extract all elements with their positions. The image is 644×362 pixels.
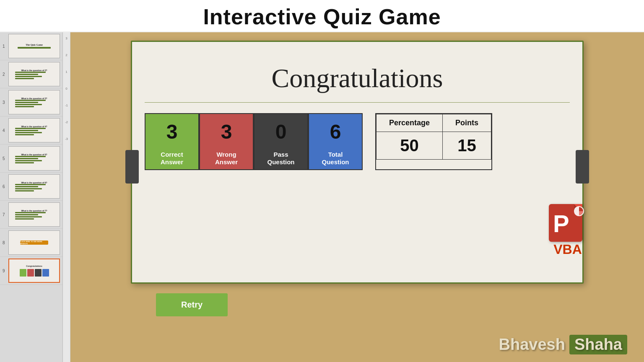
slide-thumb-2[interactable]: 2 What is the question of 2?	[0, 60, 62, 88]
powerpoint-icon: P	[545, 202, 591, 244]
slide-num-4: 4	[3, 128, 8, 133]
pass-question-value: 0	[254, 114, 307, 147]
content-area: Congratulations 3 CorrectAnswer 3 WrongA…	[70, 32, 644, 362]
slide-preview-9: Congratulations	[8, 259, 60, 283]
slide-thumb-5[interactable]: 5 What is the question of 5?	[0, 145, 62, 173]
branding: Bhavesh Shaha	[499, 335, 627, 354]
ruler-mark-1: 1	[65, 70, 67, 87]
ppt-vba-badge: P VBA	[545, 202, 591, 257]
pass-question-label: PassQuestion	[254, 147, 307, 169]
page-header: Interactive Quiz Game	[0, 0, 644, 32]
slide-thumb-9[interactable]: 9 Congratulations	[0, 257, 62, 285]
pp-table: Percentage Points 50 15	[376, 114, 491, 160]
slide-preview-5: What is the question of 5?	[8, 146, 60, 171]
bottom-row: Retry Bhavesh Shaha	[131, 286, 584, 316]
slide-preview-4: What is the question of 4?	[8, 118, 60, 142]
percentage-header: Percentage	[377, 114, 443, 132]
points-value: 15	[443, 132, 491, 160]
total-question-label: TotalQuestion	[309, 147, 362, 169]
slide-thumb-7[interactable]: 7 What is the question of 7?	[0, 201, 62, 229]
slide-num-2: 2	[3, 72, 8, 77]
brand-first-name: Bhavesh	[499, 336, 565, 354]
correct-answer-label: CorrectAnswer	[145, 147, 198, 169]
slide-thumb-8[interactable]: 8 CLICK HERE TO SEE MORE RESULTS	[0, 229, 62, 257]
percentage-points-table: Percentage Points 50 15	[375, 113, 492, 170]
clip-left	[125, 150, 139, 184]
slide-num-6: 6	[3, 184, 8, 189]
slide-panel: 1 The Quiz Game 2 What is the question o…	[0, 32, 63, 362]
correct-answer-value: 3	[145, 114, 198, 147]
slide-thumb-6[interactable]: 6 What is the question of 6?	[0, 173, 62, 201]
points-header: Points	[443, 114, 491, 132]
slide-num-5: 5	[3, 156, 8, 161]
slide-thumb-1[interactable]: 1 The Quiz Game	[0, 32, 62, 60]
clip-right	[576, 150, 589, 184]
wrong-answer-label: WrongAnswer	[200, 147, 253, 169]
svg-text:P: P	[553, 210, 569, 237]
slide-num-8: 8	[3, 240, 8, 245]
slide-frame: Congratulations 3 CorrectAnswer 3 WrongA…	[131, 41, 584, 284]
ruler-mark-2: 2	[65, 53, 67, 70]
slide-preview-6: What is the question of 6?	[8, 174, 60, 199]
slide-preview-7: What is the question of 7?	[8, 202, 60, 227]
slide-preview-8: CLICK HERE TO SEE MORE RESULTS	[8, 230, 60, 255]
slide-num-3: 3	[3, 100, 8, 105]
percentage-value: 50	[377, 132, 443, 160]
pass-question-box: 0 PassQuestion	[254, 113, 308, 170]
correct-answer-box: 3 CorrectAnswer	[145, 113, 199, 170]
slide-preview-1: The Quiz Game	[8, 34, 60, 58]
congratulations-text: Congratulations	[145, 63, 570, 103]
score-boxes: 3 CorrectAnswer 3 WrongAnswer 0 PassQues…	[145, 113, 363, 170]
ruler-mark-n2: -2	[65, 120, 68, 137]
slide-preview-3: What is the question of 3?	[8, 90, 60, 114]
slide-num-9: 9	[3, 269, 8, 273]
brand-last-name: Shaha	[569, 335, 627, 354]
slide-num-7: 7	[3, 212, 8, 217]
vba-label: VBA	[553, 242, 582, 257]
wrong-answer-box: 3 WrongAnswer	[199, 113, 254, 170]
ruler-mark-n1: -1	[65, 103, 68, 120]
ruler-mark-3: 3	[65, 36, 67, 53]
retry-button[interactable]: Retry	[156, 293, 228, 316]
main-area: 1 The Quiz Game 2 What is the question o…	[0, 32, 644, 362]
slide-thumb-4[interactable]: 4 What is the question of 4?	[0, 116, 62, 145]
stats-row: 3 CorrectAnswer 3 WrongAnswer 0 PassQues…	[145, 113, 570, 170]
ruler: 3 2 1 0 -1 -2 -3	[63, 32, 70, 362]
page-title: Interactive Quiz Game	[0, 4, 644, 29]
total-question-value: 6	[309, 114, 362, 147]
slide-num-1: 1	[3, 44, 8, 49]
slide-preview-2: What is the question of 2?	[8, 62, 60, 86]
slide-thumb-3[interactable]: 3 What is the question of 3?	[0, 88, 62, 116]
total-question-box: 6 TotalQuestion	[308, 113, 363, 170]
ruler-mark-0: 0	[65, 87, 67, 103]
ruler-mark-n3: -3	[65, 137, 68, 154]
wrong-answer-value: 3	[200, 114, 253, 147]
